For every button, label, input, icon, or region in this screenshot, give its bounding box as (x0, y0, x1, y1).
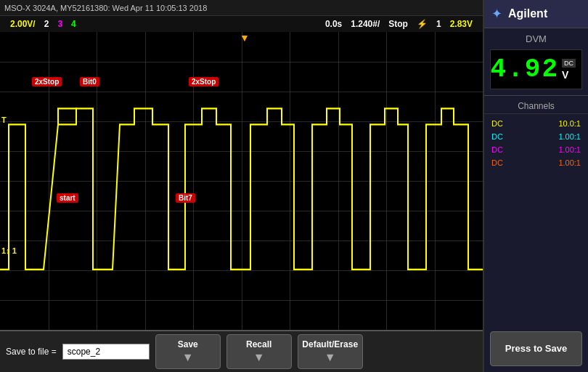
press-to-save-container: Press to Save (484, 231, 588, 372)
agilent-header: ✦ Agilent (484, 0, 588, 28)
trigger-val: 2.83V (446, 19, 477, 29)
recall-btn-label: Recall (246, 339, 271, 349)
annotation-2xstop-1: 2xStop (32, 77, 62, 86)
channel-row-2: DC 1.00:1 (484, 130, 588, 143)
ch3-scale: 3 (53, 19, 67, 29)
sample-rate: 1.240#/ (346, 19, 384, 29)
agilent-brand: Agilent (508, 7, 547, 20)
right-panel: ✦ Agilent DVM 4.92 DC V Channels DC 10.0… (483, 0, 588, 372)
recall-button[interactable]: Recall ▼ (226, 334, 292, 369)
save-button[interactable]: Save ▼ (155, 334, 221, 369)
default-erase-button[interactable]: Default/Erase ▼ (298, 334, 363, 369)
status-bar: MSO-X 3024A, MY52161380: Wed Apr 11 10:0… (0, 0, 483, 16)
agilent-logo-icon: ✦ (491, 6, 502, 22)
save-to-file-label: Save to file = (6, 347, 57, 357)
waveform-svg (0, 32, 483, 330)
dvm-section: DVM 4.92 DC V (484, 28, 588, 96)
ch1-ratio: 10.0:1 (558, 119, 581, 128)
ch1-level-marker: 1↕ 1 (1, 246, 17, 255)
dvm-display: 4.92 DC V (490, 49, 582, 89)
waveform-area: 2xStop Bit0 2xStop start Bit7 T 1↕ 1 ▼ (0, 32, 483, 330)
ch3-dc: DC (491, 145, 503, 154)
ch4-dc: DC (491, 158, 503, 167)
annotation-bit0: Bit0 (80, 77, 99, 86)
channel-row-4: DC 1.00:1 (484, 156, 588, 169)
bottom-bar: Save to file = Save ▼ Recall ▼ Default/E… (0, 330, 483, 372)
ch2-scale: 2 (40, 19, 54, 29)
dvm-unit-label: V (562, 69, 568, 81)
ch2-dc: DC (491, 132, 503, 141)
trigger-t-marker: T (1, 116, 7, 124)
ch3-ratio: 1.00:1 (558, 145, 581, 154)
annotation-start: start (57, 193, 78, 203)
channels-header: Channels (484, 99, 588, 114)
default-erase-label: Default/Erase (302, 339, 358, 349)
ch4-ratio: 1.00:1 (558, 158, 581, 167)
recall-btn-arrow: ▼ (253, 351, 265, 364)
channel-row-1: DC 10.0:1 (484, 117, 588, 130)
ch1-scale: 2.00V/ (6, 19, 40, 29)
time-position-marker: ▼ (240, 32, 250, 44)
filename-input[interactable] (62, 344, 150, 360)
channels-section: Channels DC 10.0:1 DC 1.00:1 DC 1.00:1 D… (484, 96, 588, 231)
trigger-ch-icon: ⚡ (412, 19, 432, 29)
save-btn-label: Save (178, 339, 198, 349)
press-to-save-button[interactable]: Press to Save (490, 331, 582, 366)
trigger-ch: 1 (432, 19, 446, 29)
ch2-ratio: 1.00:1 (558, 132, 581, 141)
dvm-label: DVM (484, 31, 588, 46)
time-scale: 0.0s (321, 19, 346, 29)
default-erase-arrow: ▼ (324, 351, 336, 364)
ch1-dc: DC (491, 119, 503, 128)
dvm-unit-block: DC V (562, 59, 576, 81)
save-btn-arrow: ▼ (182, 351, 194, 364)
trigger-mode: Stop (384, 19, 412, 29)
ch4-scale: 4 (67, 19, 81, 29)
channel-row-3: DC 1.00:1 (484, 143, 588, 156)
scope-area: MSO-X 3024A, MY52161380: Wed Apr 11 10:0… (0, 0, 483, 372)
dvm-dc-badge: DC (562, 59, 576, 68)
annotation-2xstop-2: 2xStop (189, 77, 219, 86)
annotation-bit7: Bit7 (176, 193, 195, 203)
device-info: MSO-X 3024A, MY52161380: Wed Apr 11 10:0… (4, 4, 207, 12)
dvm-value: 4.92 (491, 54, 559, 84)
scale-bar: 2.00V/ 2 3 4 0.0s 1.240#/ Stop ⚡ 1 2.83V (0, 16, 483, 32)
